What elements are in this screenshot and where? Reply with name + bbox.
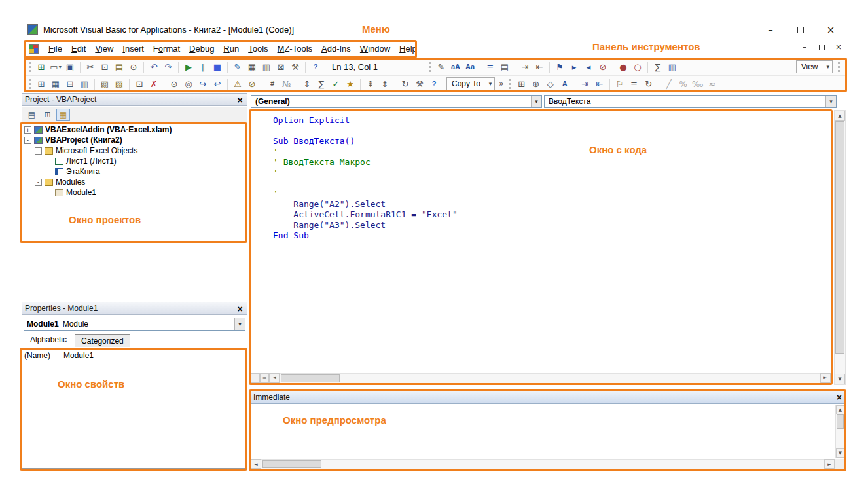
tab-categorized[interactable]: Categorized [75,334,130,347]
mz-options-icon[interactable]: ⚒ [412,77,427,90]
increase-indent-icon[interactable]: ⇥ [578,77,592,90]
sum-icon[interactable]: ∑ [651,60,665,73]
cut-icon[interactable]: ✂ [83,60,98,73]
project-close-button[interactable]: × [235,95,245,105]
move-up-icon[interactable]: ⇞ [363,77,378,90]
menu-item-edit[interactable]: Edit [67,42,90,56]
run-macro-icon[interactable]: ▶ [181,60,196,73]
property-value-cell[interactable]: Module1 [60,350,245,361]
collapse-minus-icon[interactable]: - [35,179,42,186]
toggle-breakpoint-icon[interactable]: ● [616,60,630,73]
toolbar-overflow-icon[interactable]: » [499,79,503,88]
find-icon[interactable]: ⊙ [126,60,141,73]
object-dropdown[interactable]: (General) ▾ [251,95,542,108]
view-code-button[interactable]: ▤ [25,109,39,121]
project-panel-header[interactable]: Project - VBAProject × [22,93,247,106]
toolbar-grip[interactable] [29,62,31,72]
tree-item-microsoft-excel-objects[interactable]: -Microsoft Excel Objects [22,145,245,156]
statistics-icon[interactable]: ∑ [314,77,329,90]
tree-item-vbaexceladdin-vba-excel-xlam[interactable]: +VBAExcelAddin (VBA-Excel.xlam) [22,124,245,135]
add-line-numbers-icon[interactable]: # [265,77,280,90]
copy-icon[interactable]: ⊡ [98,60,112,73]
copy-module-icon[interactable]: ⊡ [132,77,147,90]
toolbar-grip[interactable] [838,62,840,72]
menu-item-format[interactable]: Format [149,42,185,56]
percent-icon[interactable]: % [676,77,691,90]
project-explorer-icon[interactable]: ▦ [245,60,259,73]
mdi-close-button[interactable]: × [834,43,843,52]
copy-macro-icon[interactable]: ▨ [112,77,126,90]
insert-control-icon[interactable]: ⊕ [529,77,543,90]
toolbar-grip[interactable] [509,79,511,89]
delete-module-icon[interactable]: ✗ [147,77,161,90]
properties-object-dropdown[interactable]: Module1 Module ▾ [24,318,245,331]
immediate-window-body[interactable] [251,404,844,459]
dropdown-arrow-icon[interactable]: ▾ [825,96,836,107]
menu-item-run[interactable]: Run [219,42,244,56]
menu-item-insert[interactable]: Insert [118,42,149,56]
favorites-icon[interactable]: ★ [343,77,357,90]
redo-icon[interactable]: ↷ [161,60,175,73]
view-dropdown[interactable]: View ▾ [796,60,833,73]
help-icon[interactable]: ? [308,60,323,73]
immediate-window-header[interactable]: Immediate × [251,391,844,404]
menu-item-tools[interactable]: Tools [244,42,272,56]
reset-icon[interactable]: ■ [210,60,225,73]
full-module-view-button[interactable]: ≡ [260,373,269,383]
sort-procedures-icon[interactable]: ↕ [300,77,314,90]
properties-window-icon[interactable]: ▥ [259,60,274,73]
draw-shape-icon[interactable]: ◇ [543,77,558,90]
scroll-right-arrow-icon[interactable]: ► [824,459,835,469]
remove-error-handler-icon[interactable]: ⊘ [245,77,259,90]
uppercase-icon[interactable]: Aa [463,60,477,73]
undo-icon[interactable]: ↶ [147,60,161,73]
properties-panel-header[interactable]: Properties - Module1 × [22,302,247,315]
toolbar-grip[interactable] [29,79,31,89]
menu-item-window[interactable]: Window [355,42,395,56]
dropdown-arrow-icon[interactable]: ▾ [531,96,541,107]
break-icon[interactable]: ‖ [196,60,210,73]
copy-to-dropdown[interactable]: Copy To ▾ [446,77,495,90]
immediate-vertical-scrollbar[interactable]: ▲ ▼ [835,405,845,458]
insert-header-icon[interactable]: ⊟ [63,77,77,90]
menu-item-view[interactable]: View [90,42,118,56]
collapse-minus-icon[interactable]: - [35,147,42,155]
previous-bookmark-icon[interactable]: ◂ [581,60,596,73]
scroll-left-arrow-icon[interactable]: ◄ [251,459,261,469]
scroll-up-arrow-icon[interactable]: ▲ [836,405,844,414]
scroll-right-arrow-icon[interactable]: ► [820,373,831,383]
add-error-handler-icon[interactable]: ⚠ [230,77,245,90]
decrease-indent-icon[interactable]: ⇤ [592,77,607,90]
clear-breakpoints-icon[interactable]: ○ [630,60,645,73]
object-browser-icon[interactable]: ⊠ [274,60,288,73]
menu-item-help[interactable]: Help [395,42,422,56]
view-object-button[interactable]: ⊞ [41,109,54,121]
menu-item-debug[interactable]: Debug [185,42,219,56]
horizontal-scrollbar[interactable] [280,373,820,383]
scrollbar-track[interactable] [836,414,844,448]
text-style-icon[interactable]: A [558,77,572,90]
move-down-icon[interactable]: ⇟ [378,77,392,90]
menu-item-file[interactable]: File [44,42,67,56]
outdent-icon[interactable]: ⇤ [532,60,547,73]
paste-icon[interactable]: ▤ [112,60,126,73]
code-editor[interactable]: Option Explicit Sub ВводТекста()'' ВводТ… [251,111,831,383]
find-references-icon[interactable]: ◎ [181,77,196,90]
immediate-close-button[interactable]: × [837,392,842,403]
mz-help-icon[interactable]: ? [427,77,441,90]
scroll-down-arrow-icon[interactable]: ▼ [835,374,845,384]
compare-icon[interactable]: ≈ [705,77,719,90]
expand-plus-icon[interactable]: + [24,126,31,134]
tree-item-module1[interactable]: Module1 [22,187,245,198]
procedure-dropdown[interactable]: ВводТекста ▾ [544,95,837,108]
flag-icon[interactable]: ⚐ [613,77,627,90]
permille-icon[interactable]: ‰ [691,77,705,90]
refresh-list-icon[interactable]: ↻ [398,77,412,90]
save-icon[interactable]: ▣ [63,60,77,73]
properties-close-button[interactable]: × [235,304,245,314]
mdi-minimize-button[interactable]: – [800,43,809,52]
divide-icon[interactable]: ╱ [662,77,676,90]
collapse-minus-icon[interactable]: - [24,137,31,144]
minimize-button[interactable]: – [755,20,786,39]
scrollbar-thumb[interactable] [837,414,844,429]
